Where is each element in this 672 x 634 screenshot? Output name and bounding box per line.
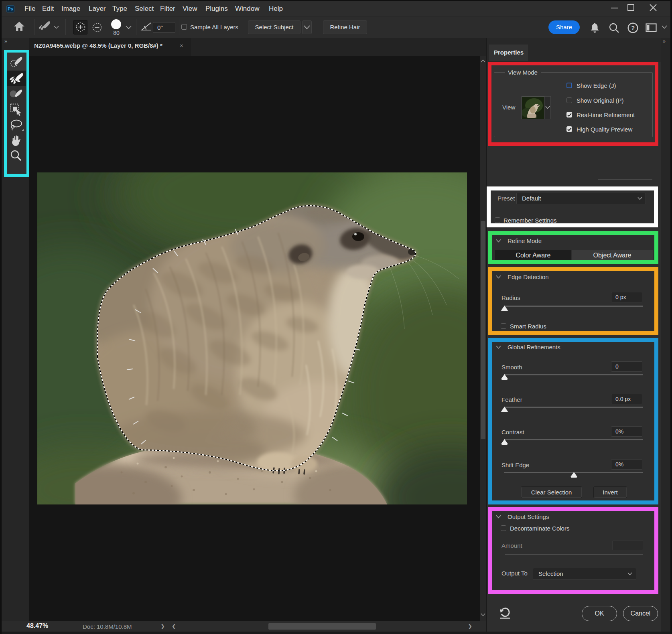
svg-text:?: ? xyxy=(631,24,635,31)
